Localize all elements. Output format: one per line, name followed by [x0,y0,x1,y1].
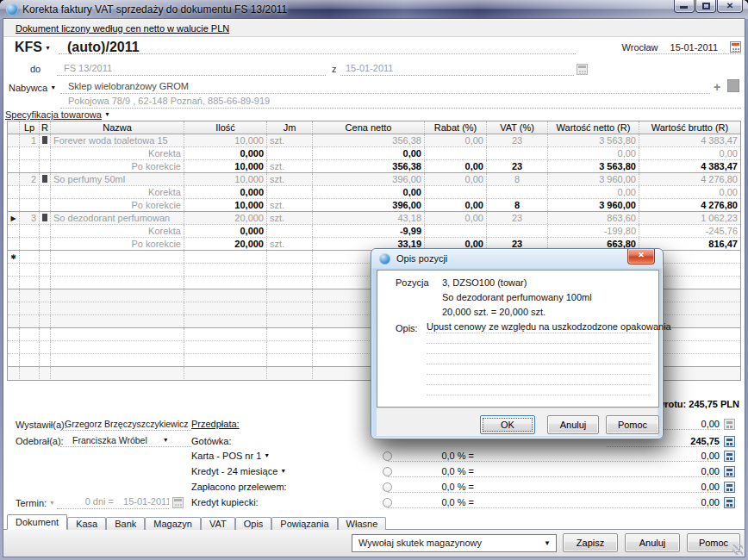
column-header[interactable]: VAT (%) [487,121,548,134]
tab-opis[interactable]: Opis [235,517,272,530]
reservation-icon [42,175,47,183]
table-row[interactable]: ▶3So dezodorant perfumowan20,000szt.43,1… [8,212,740,225]
opis-input-line[interactable] [427,375,651,385]
opis-input-line[interactable] [427,385,651,395]
cell-jm: szt. [267,212,313,224]
payment-method-label: Gotówka: [191,436,231,446]
spec-section-dropdown[interactable]: Specyfikacja towarowa▼ [5,109,110,120]
payment-percent[interactable]: 0,0 % = [388,466,474,476]
issue-date-value[interactable]: 15-01-2011 [670,42,718,53]
table-row[interactable]: Korekta0,000-9,99-199,80-245,76 [8,225,740,238]
cell-rabat: 0,00 [425,173,487,185]
tab-powi-zania[interactable]: Powiązania [271,517,337,530]
tab-magazyn[interactable]: Magazyn [145,517,201,530]
cell-empty [51,367,184,379]
dialog-title-bar[interactable]: Opis pozycji ✕ [371,249,663,270]
received-by-select[interactable]: Franciszka Wróbel▼ [60,433,191,447]
column-header[interactable]: Lp [20,121,40,134]
payment-amount-input[interactable]: 0,00 [633,466,720,476]
column-header[interactable]: Wartość netto (R) [548,121,639,134]
row-indicator [8,134,20,146]
payment-method-label[interactable]: Kredyt - 24 miesiące▼ [191,466,286,476]
column-header[interactable]: Rabat (%) [425,121,487,134]
calculator-icon[interactable] [724,482,735,493]
table-row[interactable]: Korekta0,0000,000,000,00 [8,186,740,199]
table-row[interactable]: Po korekcie10,000szt.356,380,00233 563,8… [8,160,740,173]
opis-input-line[interactable]: Upust cenowy ze względu na uszkodzodzone… [427,321,651,333]
dialog-cancel-button[interactable]: Anuluj [547,415,599,434]
cancel-button[interactable]: Anuluj [625,533,680,552]
table-row[interactable]: 2So perfumy 50ml10,000szt.396,000,0083 9… [8,173,740,186]
payment-amount-input[interactable]: 0,00 [633,451,720,461]
opis-input-line[interactable] [427,344,651,354]
chevron-down-icon: ▼ [264,452,270,458]
column-header[interactable]: R [40,121,51,134]
tab-bank[interactable]: Bank [106,517,145,530]
payment-amount-input[interactable]: 0,00 [633,482,720,492]
column-header[interactable]: Cena netto [313,121,425,134]
cell-empty [184,264,267,276]
payment-percent[interactable]: 0,0 % = [388,497,474,507]
column-header[interactable]: Wartość brutto (R) [639,121,740,134]
payment-percent[interactable]: 0,0 % = [388,482,474,492]
source-date-field[interactable]: 15-01-2011 [340,62,574,76]
opis-input-line[interactable] [427,333,651,344]
cell-empty [267,367,313,379]
payment-method-label[interactable]: Karta - POS nr 1▼ [191,451,270,461]
payment-amount-input[interactable]: 0,00 [633,497,720,507]
source-doc-field[interactable]: FS 13/2011 [57,62,326,76]
calendar-disabled-icon [577,64,588,75]
buyer-name-field[interactable]: Sklep wielobranżowy GROM [60,80,710,94]
cell-empty [267,341,313,353]
tab-kasa[interactable]: Kasa [67,517,106,530]
ok-button[interactable]: OK [480,415,535,434]
doc-type-select[interactable]: KFS▼ [15,40,51,55]
calculator-icon[interactable] [724,451,735,462]
cell-name: Po korekcie [51,160,184,172]
pricing-mode-link[interactable]: Dokument liczony według cen netto w walu… [16,23,229,34]
cell-lp [20,238,40,250]
maximize-button[interactable] [695,0,716,13]
column-header[interactable]: Ilość [184,121,267,134]
cell-name: So dezodorant perfumowan [51,212,184,224]
opis-input-line[interactable] [427,354,651,364]
buyer-browse-button[interactable] [727,79,739,92]
cell-vat [487,186,548,198]
tab-w-asne[interactable]: Własne [338,517,387,530]
warehouse-action-select[interactable]: Wywołaj skutek magazynowy ▼ [352,534,557,552]
calculator-icon[interactable] [724,436,735,447]
dialog-help-button[interactable]: Pomoc [606,415,659,434]
calculator-icon[interactable] [724,497,735,508]
payment-percent[interactable]: 0,0 % = [388,451,474,461]
close-button[interactable]: ✕ [717,0,743,13]
column-header[interactable]: Nazwa [51,121,184,134]
issued-by-select[interactable]: Grzegorz Brzęczyszczykiewicz▼ [60,417,191,431]
resize-grip[interactable] [732,544,743,555]
city-value[interactable]: Wrocław [622,42,658,53]
opis-input-line[interactable] [427,364,651,375]
tab-vat[interactable]: VAT [201,517,235,530]
payment-method-label[interactable]: Przedpłata: [191,419,240,429]
title-bar[interactable]: Korekta faktury VAT sprzedaży do dokumen… [0,0,748,19]
table-row[interactable]: 1Forever woda toaletowa 1510,000szt.356,… [8,134,740,147]
cell-empty [20,264,40,276]
tab-dokument[interactable]: Dokument [7,514,67,530]
save-button[interactable]: Zapisz [563,533,618,552]
table-row[interactable]: Korekta0,0000,000,000,00 [8,147,740,160]
table-row[interactable]: Po korekcie10,000szt.396,000,0083 960,00… [8,199,740,212]
column-header[interactable]: Jm [267,121,313,134]
cell-brutto: 0,00 [639,147,740,159]
calculator-icon[interactable] [724,466,735,477]
dialog-app-icon [379,253,390,264]
buyer-dropdown[interactable]: Nabywca▼ [9,83,56,93]
cell-jm [267,225,313,237]
calendar-icon[interactable] [730,41,741,53]
term-dropdown[interactable]: Termin:▼ [16,498,55,508]
dialog-close-button[interactable]: ✕ [627,249,655,264]
cell-vat: 8 [487,173,548,185]
cell-jm: szt. [267,160,313,172]
row-indicator [8,173,20,185]
add-buyer-icon[interactable]: + [714,80,720,94]
minimize-button[interactable] [674,0,695,13]
cell-vat: 23 [487,212,548,224]
